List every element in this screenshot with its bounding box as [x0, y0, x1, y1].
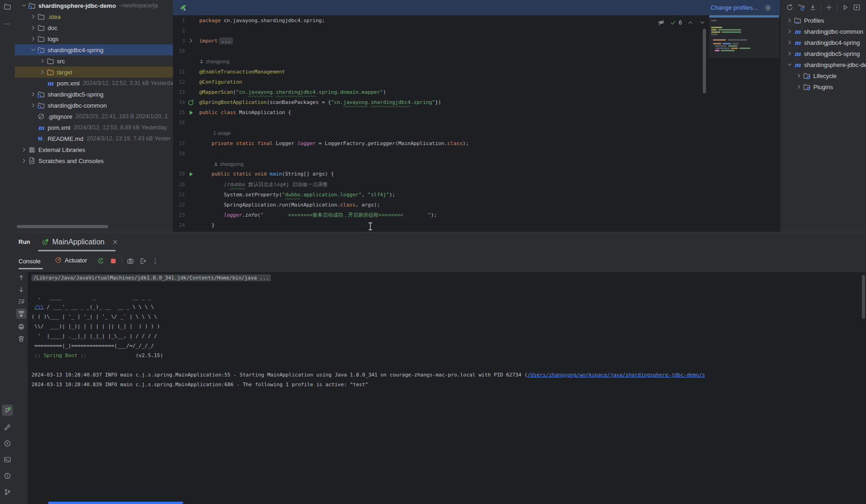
- project-tool-icon[interactable]: [2, 1, 13, 12]
- code-area[interactable]: 1package cn.javayong.shardingjdbc4.sprin…: [173, 15, 780, 232]
- tree-row-pom-xml[interactable]: mpom.xml2024/3/12, 12:52, 3.31 kB Yester…: [15, 78, 173, 89]
- maven-row-shardingjdbc5-spring[interactable]: mshardingjdbc5-spring: [780, 48, 866, 59]
- tree-row-target[interactable]: target: [15, 67, 173, 78]
- run-configuration-icon[interactable]: [853, 4, 860, 11]
- chevron-right-icon[interactable]: [30, 13, 37, 20]
- chevron-down-icon[interactable]: [20, 2, 28, 9]
- code-line-11[interactable]: 11@EnableTransactionManagement: [173, 67, 780, 77]
- version-control-tool-icon[interactable]: [2, 486, 13, 498]
- more-options-kebab-icon[interactable]: ⋮: [151, 256, 160, 266]
- chevron-right-icon[interactable]: [30, 102, 37, 109]
- inspections-ok-check-icon[interactable]: [669, 19, 677, 26]
- code-line-22[interactable]: 22 SpringApplication.run(MainApplication…: [173, 200, 780, 210]
- download-sources-icon[interactable]: [809, 4, 817, 11]
- code-line-19[interactable]: 19 public static void main(String[] args…: [173, 169, 780, 179]
- chevron-right-icon[interactable]: [30, 91, 37, 98]
- editor-scrollbar-thumb[interactable]: [703, 29, 706, 93]
- tree-row-pom-xml[interactable]: mpom.xml2024/3/12, 12:53, 8.89 kB Yester…: [15, 122, 173, 133]
- run-config-tab[interactable]: MainApplication: [42, 232, 119, 251]
- code-line-14[interactable]: 14@SpringBootApplication(scanBasePackage…: [173, 97, 780, 108]
- code-line-18[interactable]: 18: [173, 148, 780, 158]
- maven-row-shardingjdbc-common[interactable]: mshardingjdbc-common: [780, 26, 866, 37]
- print-icon[interactable]: [16, 322, 26, 332]
- services-tool-icon[interactable]: [2, 438, 13, 449]
- scroll-to-end-icon[interactable]: [16, 309, 26, 319]
- reload-maven-projects-icon[interactable]: [786, 4, 793, 11]
- clear-console-trash-icon[interactable]: [16, 334, 26, 344]
- spring-bean-gutter-icon[interactable]: [185, 99, 197, 106]
- down-the-stack-trace-icon[interactable]: [16, 285, 26, 295]
- tree-row-gitignore[interactable]: .gitignore2023/2/3, 22:41, 183 B 2024/1/…: [15, 111, 173, 122]
- console-output[interactable]: /Library/Java/JavaVirtualMachines/jdk1.8…: [28, 272, 866, 504]
- chevron-right-icon[interactable]: [20, 157, 28, 164]
- chevron-right-icon[interactable]: [20, 146, 28, 153]
- project-horizontal-scrollbar[interactable]: [17, 225, 108, 228]
- maven-row-lifecycle[interactable]: Lifecycle: [780, 70, 866, 81]
- tree-row-idea[interactable]: .idea: [15, 11, 173, 22]
- code-line-15[interactable]: 15public class MainApplication {: [173, 108, 780, 118]
- tree-row-shardingjdbc-common[interactable]: shardingjdbc-common: [15, 100, 173, 111]
- chevron-right-icon[interactable]: [795, 83, 803, 91]
- highlighting-eye-off-icon[interactable]: [657, 19, 665, 26]
- chevron-right-icon[interactable]: [786, 39, 793, 46]
- sync-project-icon[interactable]: [798, 4, 805, 11]
- chevron-right-icon[interactable]: [786, 50, 793, 57]
- code-line-13[interactable]: 13@MapperScan("cn.javayong.shardingjdbc4…: [173, 87, 780, 97]
- tree-row-doc[interactable]: doc: [15, 22, 173, 33]
- chevron-right-icon[interactable]: [39, 68, 46, 76]
- exit-icon[interactable]: [138, 256, 147, 266]
- maven-row-profiles[interactable]: Profiles: [780, 15, 866, 26]
- code-line-3[interactable]: 3import...: [173, 36, 780, 46]
- stop-button[interactable]: [109, 256, 118, 266]
- run-gutter-icon[interactable]: [185, 109, 197, 116]
- banner-settings-gear-icon[interactable]: [764, 4, 772, 12]
- hyperlink[interactable]: /\\: [35, 304, 44, 310]
- chevron-down-icon[interactable]: [786, 61, 793, 68]
- change-profiles-link[interactable]: Change profiles...: [711, 4, 758, 11]
- tree-row-scratches-and-consoles[interactable]: Scratches and Consoles: [15, 155, 173, 166]
- tab-actuator[interactable]: Actuator: [55, 256, 87, 264]
- maven-row-plugins[interactable]: Plugins: [780, 81, 866, 92]
- fold-chevron-icon[interactable]: [185, 37, 197, 44]
- minimap[interactable]: [709, 15, 779, 58]
- code-line-17[interactable]: 17 private static final Logger logger = …: [173, 138, 780, 148]
- next-problem-chevron-down-icon[interactable]: [699, 19, 706, 26]
- thread-dump-camera-icon[interactable]: [126, 256, 135, 266]
- prev-problem-chevron-up-icon[interactable]: [687, 19, 694, 26]
- tree-row-shardingjdbc4-spring[interactable]: shardingjdbc4-spring: [15, 44, 173, 55]
- tree-row-shardingjdbc5-spring[interactable]: shardingjdbc5-spring: [15, 89, 173, 100]
- maven-row-shardingsphere-jdbc-demo[interactable]: mshardingsphere-jdbc-demo: [780, 59, 866, 70]
- maven-row-shardingjdbc4-spring[interactable]: mshardingjdbc4-spring: [780, 37, 866, 48]
- terminal-tool-icon[interactable]: [2, 454, 13, 465]
- run-gutter-icon[interactable]: [185, 170, 197, 178]
- rerun-button[interactable]: [96, 256, 105, 266]
- chevron-right-icon[interactable]: [795, 72, 803, 79]
- tree-row-readme-md[interactable]: M↓README.md2024/3/12, 13:19, 7.43 kB Yes…: [15, 133, 173, 144]
- soft-wrap-icon[interactable]: [16, 297, 26, 307]
- code-line-16[interactable]: 16: [173, 118, 780, 128]
- run-tool-icon[interactable]: [2, 405, 13, 416]
- code-line-21[interactable]: 21 System.setProperty("dubbo.application…: [173, 189, 780, 200]
- code-line-24[interactable]: 24 }: [173, 220, 780, 231]
- chevron-down-icon[interactable]: [30, 46, 37, 54]
- tree-row-external-libraries[interactable]: External Libraries: [15, 144, 173, 155]
- up-the-stack-trace-icon[interactable]: [16, 273, 26, 283]
- chevron-right-icon[interactable]: [30, 35, 37, 43]
- more-tool-windows-icon[interactable]: ⋯: [2, 18, 13, 29]
- tree-row-logs[interactable]: logs: [15, 33, 173, 44]
- hyperlink[interactable]: /Users/zhangyong/workspace/java/sharding…: [528, 372, 705, 378]
- run-maven-goal-icon[interactable]: [841, 4, 849, 11]
- chevron-right-icon[interactable]: [30, 24, 37, 31]
- build-tool-icon[interactable]: [2, 422, 13, 433]
- chevron-right-icon[interactable]: [786, 17, 793, 24]
- tree-row-shardingsphere-jdbc-demo[interactable]: shardingsphere-jdbc-demo~/workspace/ja: [15, 0, 173, 11]
- chevron-right-icon[interactable]: [786, 28, 793, 35]
- chevron-right-icon[interactable]: [39, 57, 46, 65]
- console-scrollbar-thumb[interactable]: [862, 275, 865, 319]
- tree-row-src[interactable]: src: [15, 55, 173, 67]
- code-line-23[interactable]: 23 logger.info(" >>>>>>>>服务启动成功，开启新的征程<<…: [173, 210, 780, 220]
- code-line-12[interactable]: 12@Configuration: [173, 77, 780, 87]
- close-icon[interactable]: [111, 238, 119, 246]
- code-line-10[interactable]: 10: [173, 46, 780, 56]
- tab-console[interactable]: Console: [18, 258, 41, 265]
